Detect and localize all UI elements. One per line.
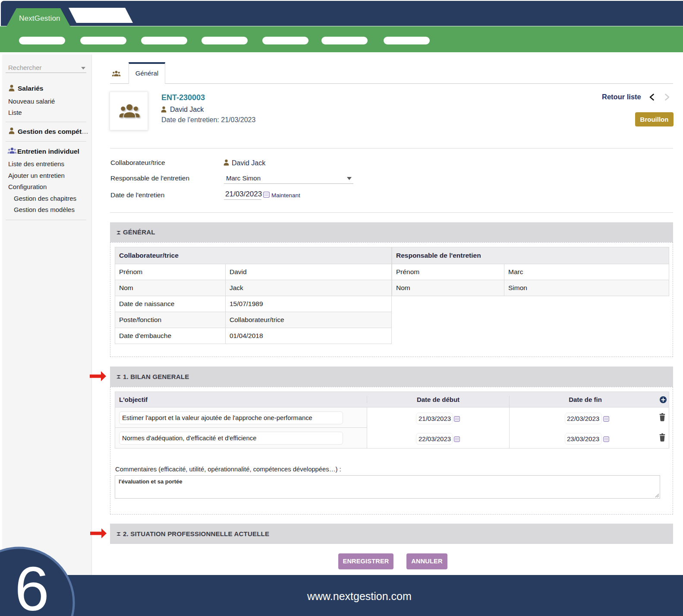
svg-text:6: 6 [15,554,49,616]
